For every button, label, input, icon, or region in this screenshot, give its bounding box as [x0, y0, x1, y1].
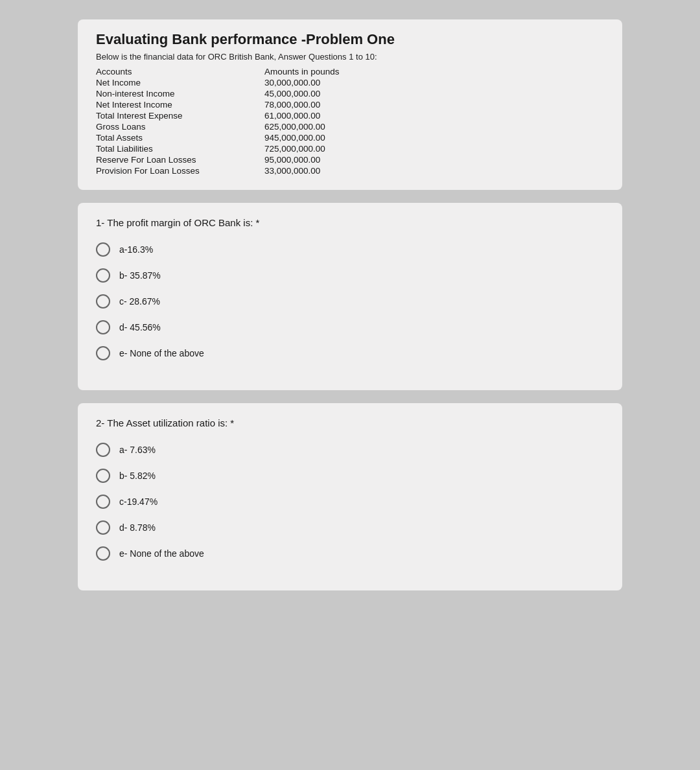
q2-option-a[interactable]: a- 7.63% [96, 443, 604, 457]
row-gross-loans-value: 625,000,000.00 [264, 122, 407, 132]
q1-radio-d[interactable] [96, 320, 110, 334]
q2-option-e[interactable]: e- None of the above [96, 546, 604, 561]
row-net-income-label: Net Income [96, 78, 264, 88]
row-total-assets-value: 945,000,000.00 [264, 133, 407, 143]
q1-option-a[interactable]: a-16.3% [96, 242, 604, 257]
page-subtitle: Below is the financial data for ORC Brit… [96, 52, 604, 62]
q2-option-b[interactable]: b- 5.82% [96, 469, 604, 483]
q1-radio-b[interactable] [96, 268, 110, 283]
row-provision-for-loan-losses-label: Provision For Loan Losses [96, 166, 264, 176]
q1-option-b[interactable]: b- 35.87% [96, 268, 604, 283]
q2-option-c[interactable]: c-19.47% [96, 495, 604, 509]
q2-label-e: e- None of the above [119, 548, 204, 559]
q2-radio-a[interactable] [96, 443, 110, 457]
row-total-liabilities-value: 725,000,000.00 [264, 144, 407, 154]
row-reserve-for-loan-losses-value: 95,000,000.00 [264, 155, 407, 165]
q2-option-d[interactable]: d- 8.78% [96, 520, 604, 535]
q2-radio-e[interactable] [96, 546, 110, 561]
q1-radio-e[interactable] [96, 346, 110, 360]
q2-label-a: a- 7.63% [119, 445, 156, 455]
question-1-card: 1- The profit margin of ORC Bank is: * a… [78, 203, 622, 390]
q2-radio-b[interactable] [96, 469, 110, 483]
row-total-assets-label: Total Assets [96, 133, 264, 143]
row-non-interest-income-value: 45,000,000.00 [264, 89, 407, 99]
question-2-card: 2- The Asset utilization ratio is: * a- … [78, 403, 622, 590]
row-net-income-value: 30,000,000.00 [264, 78, 407, 88]
row-total-interest-expense-label: Total Interest Expense [96, 111, 264, 121]
question-1-title: 1- The profit margin of ORC Bank is: * [96, 217, 604, 228]
q1-radio-a[interactable] [96, 242, 110, 257]
row-total-interest-expense-value: 61,000,000.00 [264, 111, 407, 121]
row-total-liabilities-label: Total Liabilities [96, 144, 264, 154]
q1-label-c: c- 28.67% [119, 296, 160, 307]
q1-option-c[interactable]: c- 28.67% [96, 294, 604, 309]
q1-label-d: d- 45.56% [119, 322, 161, 332]
col1-header: Accounts [96, 67, 264, 76]
q1-label-a: a-16.3% [119, 244, 153, 255]
q1-label-e: e- None of the above [119, 348, 204, 358]
q1-option-d[interactable]: d- 45.56% [96, 320, 604, 334]
q2-label-d: d- 8.78% [119, 522, 156, 533]
page-title: Evaluating Bank performance -Problem One [96, 31, 604, 48]
q1-radio-c[interactable] [96, 294, 110, 309]
q2-label-c: c-19.47% [119, 496, 158, 507]
question-2-title: 2- The Asset utilization ratio is: * [96, 417, 604, 428]
row-net-interest-income-value: 78,000,000.00 [264, 100, 407, 110]
row-gross-loans-label: Gross Loans [96, 122, 264, 132]
row-reserve-for-loan-losses-label: Reserve For Loan Losses [96, 155, 264, 165]
q2-radio-c[interactable] [96, 495, 110, 509]
row-provision-for-loan-losses-value: 33,000,000.00 [264, 166, 407, 176]
row-non-interest-income-label: Non-interest Income [96, 89, 264, 99]
q2-label-b: b- 5.82% [119, 471, 156, 481]
q2-radio-d[interactable] [96, 520, 110, 535]
col2-header: Amounts in pounds [264, 67, 407, 76]
q1-label-b: b- 35.87% [119, 270, 161, 281]
row-net-interest-income-label: Net Interest Income [96, 100, 264, 110]
q1-option-e[interactable]: e- None of the above [96, 346, 604, 360]
